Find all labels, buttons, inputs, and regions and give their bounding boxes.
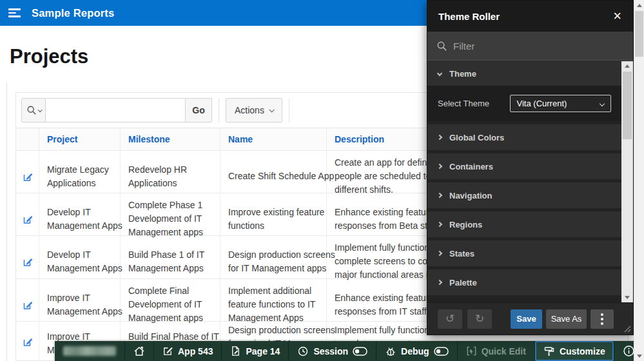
actions-button[interactable]: Actions: [226, 98, 282, 122]
scrollbar-thumb[interactable]: [635, 11, 643, 57]
quick-edit-button[interactable]: Quick Edit: [457, 341, 534, 361]
info-icon: [623, 345, 635, 357]
section-divider: [427, 295, 621, 298]
scrollbar-thumb[interactable]: [623, 72, 632, 139]
chevron-right-icon: [437, 222, 442, 227]
chevron-down-icon: [600, 101, 605, 106]
theme-roller-header: Theme Roller ×: [427, 1, 633, 32]
overflow-menu-button[interactable]: [590, 309, 614, 329]
search-options-button[interactable]: [21, 98, 46, 122]
go-button[interactable]: Go: [186, 98, 212, 122]
scroll-down-button[interactable]: [634, 351, 644, 361]
panel-scrollbar: [621, 61, 633, 302]
chevron-down-icon: [269, 107, 274, 112]
edit-pencil-icon: [22, 299, 34, 311]
edit-pencil-icon: [22, 336, 34, 347]
section-palette[interactable]: Palette: [427, 269, 621, 295]
actions-label: Actions: [235, 105, 264, 115]
page-icon: [230, 346, 241, 356]
quick-edit-cursor-icon: [466, 346, 477, 356]
section-regions[interactable]: Regions: [427, 211, 621, 237]
select-theme-row: Select Theme Vita (Current): [427, 86, 621, 121]
kebab-icon: [601, 313, 603, 316]
undo-button[interactable]: ↺: [438, 309, 462, 329]
home-icon: [133, 346, 145, 357]
selected-theme-value: Vita (Current): [517, 99, 567, 108]
column-header-name[interactable]: Name: [220, 128, 327, 150]
page-button[interactable]: Page 14: [221, 341, 288, 361]
chevron-down-icon: [37, 108, 42, 112]
chevron-right-icon: [437, 280, 442, 285]
save-as-button[interactable]: Save As: [546, 309, 587, 329]
toolbar-divider: [219, 98, 219, 122]
edit-row-button[interactable]: [21, 212, 35, 226]
chevron-right-icon: [437, 164, 442, 169]
scroll-up-button[interactable]: [621, 61, 633, 71]
search-icon: [436, 41, 447, 52]
save-button[interactable]: Save: [511, 309, 542, 329]
redacted-user-chip: [55, 341, 124, 361]
section-containers[interactable]: Containers: [427, 153, 621, 179]
section-states[interactable]: States: [427, 240, 621, 266]
debug-button[interactable]: Debug: [376, 341, 457, 361]
quick-edit-label: Quick Edit: [482, 346, 526, 356]
debug-label: Debug: [401, 346, 429, 356]
bug-icon: [385, 346, 396, 357]
menu-icon[interactable]: [8, 5, 30, 21]
developer-toolbar: App 543 Page 14 Session Debug Quick Edit…: [55, 341, 644, 361]
header-spacer: [16, 128, 39, 150]
chevron-right-icon: [437, 135, 442, 140]
session-label: Session: [313, 346, 348, 356]
close-icon[interactable]: ×: [609, 8, 625, 24]
redacted-text: [63, 346, 116, 356]
triangle-down-icon: [625, 296, 630, 299]
section-label: Palette: [449, 278, 477, 288]
edit-pencil-icon: [22, 213, 34, 225]
section-label: Navigation: [449, 191, 492, 200]
section-theme[interactable]: Theme: [427, 61, 621, 86]
triangle-up-icon: [637, 4, 642, 7]
customize-label: Customize: [560, 346, 605, 356]
clock-icon: [297, 346, 309, 357]
home-button[interactable]: [124, 341, 153, 361]
toggle-icon[interactable]: [434, 347, 449, 356]
chevron-down-icon: [437, 71, 442, 76]
window-scrollbar: [634, 0, 644, 361]
customize-button[interactable]: Customize: [534, 341, 614, 361]
resize-handle[interactable]: [623, 325, 631, 333]
section-label: Regions: [449, 220, 482, 229]
toolbar-divider: [289, 98, 289, 122]
session-button[interactable]: Session: [288, 341, 376, 361]
scroll-down-button[interactable]: [621, 293, 633, 302]
page-title: Projects: [10, 45, 88, 68]
scroll-up-button[interactable]: [634, 0, 644, 10]
edit-row-button[interactable]: [21, 335, 35, 349]
chevron-right-icon: [437, 251, 442, 256]
search-group: Go: [21, 98, 212, 122]
edit-row-button[interactable]: [21, 170, 35, 184]
edit-row-button[interactable]: [21, 255, 35, 269]
app-button[interactable]: App 543: [153, 341, 221, 361]
section-global-colors[interactable]: Global Colors: [427, 124, 621, 150]
section-label: Global Colors: [449, 133, 504, 142]
search-icon: [26, 105, 37, 115]
theme-select[interactable]: Vita (Current): [510, 95, 611, 112]
page-label: Page 14: [246, 346, 280, 356]
toggle-icon[interactable]: [353, 347, 367, 356]
edit-row-button[interactable]: [21, 298, 35, 312]
search-input[interactable]: [46, 98, 186, 122]
app-title: Sample Reports: [32, 7, 114, 19]
column-header-milestone[interactable]: Milestone: [121, 128, 220, 150]
section-label: States: [449, 249, 474, 259]
app-label: App 543: [178, 346, 213, 356]
select-theme-label: Select Theme: [438, 99, 510, 108]
section-navigation[interactable]: Navigation: [427, 182, 621, 208]
edit-pencil-icon: [22, 256, 34, 268]
filter-input[interactable]: [453, 41, 582, 52]
redo-button[interactable]: ↻: [467, 309, 492, 329]
chevron-right-icon: [437, 193, 442, 198]
triangle-up-icon: [625, 64, 630, 68]
column-header-project[interactable]: Project: [39, 128, 121, 150]
section-label: Containers: [449, 162, 493, 171]
filter-row: [427, 32, 633, 61]
